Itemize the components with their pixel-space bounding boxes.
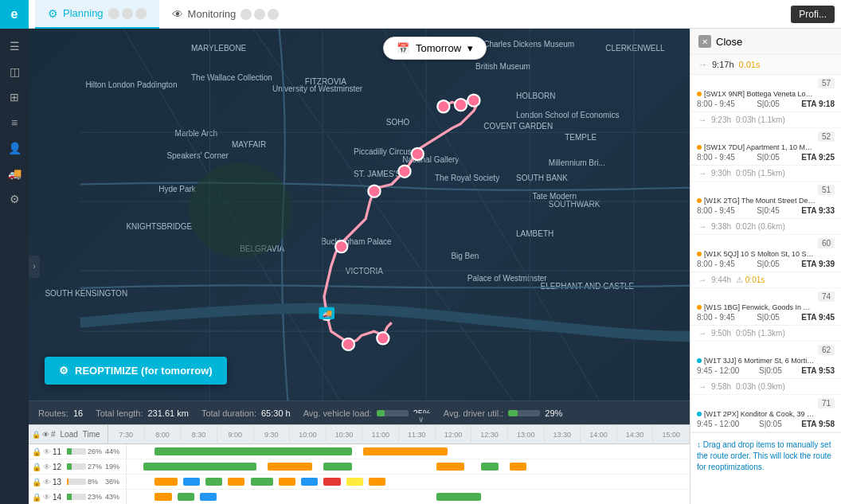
timeline-11[interactable] (127, 444, 690, 459)
stop-number-52: 52 (818, 131, 835, 142)
stop-dot-7[interactable] (335, 240, 347, 252)
map-label-piccadilly: Piccadilly Circus (354, 147, 412, 156)
stop-dot-indicator (697, 92, 702, 96)
eye-icon-14[interactable]: 👁 (43, 493, 51, 502)
lock-icon-11[interactable]: 🔒 (32, 447, 41, 456)
stop-dot-1[interactable] (437, 100, 449, 112)
routes-table: 🔒 👁 # Load Time 7:30 8:00 8:30 9:00 9:30… (29, 424, 690, 504)
tl-block-13-4 (228, 478, 244, 486)
lock-icon-12[interactable]: 🔒 (32, 463, 41, 471)
stop-dot-5[interactable] (398, 166, 410, 178)
stop-dot-2[interactable] (455, 99, 467, 111)
stop-item-71: 71 [W1T 2PX] Konditor & Cook, 39 Goodge … (690, 395, 841, 432)
stop-dot-3[interactable] (467, 95, 479, 107)
map-label-marble-arch: Marble Arch (175, 129, 217, 138)
tl-block-14-4 (436, 493, 482, 501)
tl-block-13-1 (155, 478, 177, 486)
map-label-belgravia: BELGRAVIA (240, 244, 284, 253)
stop-name-57: [SW1X 9NR] Bottega Veneta London Sloane,… (697, 90, 835, 98)
stop-dot-9[interactable] (342, 338, 354, 350)
map-label-covent-garden: COVENT GARDEN (483, 122, 553, 131)
close-button[interactable]: ✕ (698, 35, 711, 48)
stop-number-57: 57 (818, 78, 835, 88)
route-num-14: 14 (53, 493, 65, 502)
map-label-bigben: Big Ben (451, 252, 479, 260)
tab-planning[interactable]: ⚙ Planning (35, 0, 159, 29)
route-num-13: 13 (53, 478, 65, 486)
tab-monitoring[interactable]: 👁 Monitoring (159, 0, 292, 29)
map-label-temple: TEMPLE (565, 133, 597, 142)
eye-icon-13[interactable]: 👁 (43, 478, 51, 486)
sidebar-toggle[interactable]: › (29, 256, 40, 278)
eta-71: ETA 9:58 (801, 420, 835, 428)
arrow-icon: → (698, 60, 707, 69)
reoptimize-icon: ⚙ (59, 365, 68, 377)
sidebar-item-settings[interactable]: ⚙ (3, 188, 25, 210)
timeline-13[interactable] (127, 475, 690, 489)
stop-dot-indicator-7 (697, 412, 702, 416)
svg-point-12 (188, 162, 291, 257)
avg-driver-fill (508, 410, 518, 416)
tl-block-12-2 (268, 463, 313, 471)
stop-time-71: 9:45 - 12:00 S|0:05 ETA 9:58 (697, 420, 835, 428)
stat-routes: Routes: 16 (38, 408, 83, 418)
tr-fixed-13: 🔒 👁 13 8% 36% (29, 475, 127, 489)
lock-icon-14[interactable]: 🔒 (32, 493, 41, 502)
stop-time-51: 8:00 - 9:45 S|0:45 ETA 9:33 (697, 206, 835, 215)
tl-block-13-8 (323, 478, 340, 486)
map-label-westminster-uni: University of Westminster (272, 84, 362, 93)
tl-block-13-5 (251, 478, 273, 486)
eye-icon-11[interactable]: 👁 (43, 447, 51, 456)
eta-57: ETA 9:18 (801, 100, 835, 108)
svg-line-10 (253, 29, 513, 400)
sidebar-item-menu[interactable]: ☰ (3, 35, 25, 57)
eye-icon-12[interactable]: 👁 (43, 463, 51, 471)
sidebar-item-grid[interactable]: ⊞ (3, 86, 25, 108)
tl-block-13-9 (346, 478, 363, 486)
profile-button[interactable]: Profi... (791, 6, 835, 23)
route-path (324, 100, 478, 344)
th-1030: 10:30 (327, 425, 363, 444)
load-bar-14 (67, 494, 86, 500)
load-fill-13 (67, 479, 68, 485)
stop-dot-indicator-4 (697, 252, 702, 256)
tl-block-13-10 (369, 478, 385, 486)
map-label-holborn: HOLBORN (516, 92, 555, 100)
travel-segment-6: → 9:58h 0:03h (0.9km) (690, 379, 841, 395)
stop-name-62: [W1T 3JJ] 6 Mortimer St, 6 Mortimer St, … (697, 357, 835, 365)
badge-6 (268, 9, 279, 20)
map-label-fitzrovia: FITZROVIA (305, 77, 346, 86)
th-1200: 12:00 (436, 425, 472, 444)
load-pct-12: 27% (88, 463, 104, 471)
th-1500: 15:00 (653, 425, 690, 444)
panel-header: ✕ Close (690, 29, 841, 55)
map-label-charles-dickens: Charles Dickens Museum (483, 40, 574, 49)
tomorrow-button[interactable]: 📅 Tomorrow ▾ (383, 37, 487, 60)
load-fill-12 (67, 463, 72, 470)
load-fill-14 (67, 494, 72, 500)
stop-dot-6[interactable] (368, 186, 380, 197)
sidebar-item-users[interactable]: 👤 (3, 137, 25, 159)
stop-number-71: 71 (818, 398, 835, 408)
stop-time-52: 8:00 - 9:45 S|0:05 ETA 9:25 (697, 153, 835, 162)
travel-segment-1: → 9:23h 0:03h (1.1km) (690, 112, 841, 128)
tl-block-13-3 (205, 478, 222, 486)
stat-total-length: Total length: 231.61 km (96, 408, 189, 418)
stop-dot-10[interactable] (377, 332, 389, 344)
time-bar-14: 43% (105, 493, 123, 501)
load-bar-12 (67, 463, 86, 470)
timeline-14[interactable] (127, 490, 690, 504)
expand-button[interactable]: ∨ (409, 413, 432, 424)
stop-name-71: [W1T 2PX] Konditor & Cook, 39 Goodge St,… (697, 410, 835, 418)
sidebar-item-list[interactable]: ≡ (3, 111, 25, 134)
stop-dot-8[interactable] (321, 308, 333, 320)
table-row-12: 🔒 👁 12 27% 19% (29, 459, 690, 475)
sidebar-item-truck[interactable]: 🚚 (3, 162, 25, 185)
table-body: 🔒 👁 11 26% 44% 🔒 👁 12 27% 19% (29, 444, 690, 504)
lock-icon-13[interactable]: 🔒 (32, 478, 41, 486)
stop-dot-4[interactable] (412, 148, 424, 160)
sidebar-item-layers[interactable]: ◫ (3, 61, 25, 83)
timeline-12[interactable] (127, 459, 690, 474)
reoptimize-button[interactable]: ⚙ REOPTIMIZE (for tomorrow) (45, 357, 227, 385)
th-icon-eye: 👁 (42, 431, 49, 439)
